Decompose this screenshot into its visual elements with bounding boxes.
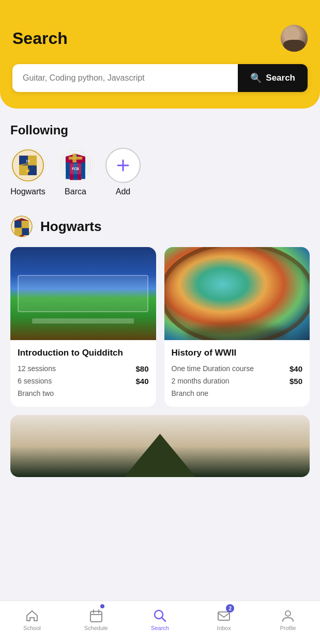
card-title-wwii: History of WWII [172,347,303,359]
avatar[interactable] [281,25,308,52]
school-crest-icon [10,215,33,238]
plant-image [10,415,310,477]
card-title-quidditch: Introduction to Quidditch [18,347,149,359]
page-title: Search [12,29,68,48]
nav-label-school: School [23,625,41,631]
card-price-2: $40 [135,377,148,386]
hogwarts-crest-icon: H ⚡ [11,149,44,182]
person-icon [281,608,295,623]
search-button[interactable]: 🔍 Search [238,64,308,92]
card-detail-row-3: One time Duration course $40 [172,364,303,374]
header-top: Search [12,25,308,52]
nav-label-search: Search [151,625,169,631]
search-bar: 🔍 Search [12,64,308,92]
bottom-nav: School Schedule Search 2 Inbox Profil [0,601,320,644]
card-body-wwii: History of WWII One time Duration course… [164,340,310,407]
svg-rect-27 [90,611,102,622]
card-sessions-2: 6 sessions [18,376,52,387]
card-body-quidditch: Introduction to Quidditch 12 sessions $8… [10,340,156,407]
nav-item-school[interactable]: School [0,601,64,638]
calendar-icon [89,608,103,623]
card-detail-row-2: 6 sessions $40 [18,376,149,387]
schedule-dot [100,604,104,608]
school-section-hogwarts: Hogwarts Introduction to Quidditch 12 se… [10,215,310,477]
header-section: Search 🔍 Search [0,0,320,109]
card-branch-wwii: Branch one [172,389,303,397]
hogwarts-label: Hogwarts [10,187,45,196]
following-section: Following H ⚡ Ho [10,123,310,196]
card-quidditch[interactable]: Introduction to Quidditch 12 sessions $8… [10,247,156,407]
card-wwii[interactable]: History of WWII One time Duration course… [164,247,310,407]
house-icon [25,608,39,623]
school-name: Hogwarts [40,219,101,235]
nav-item-search[interactable]: Search [128,601,192,638]
inbox-badge: 2 [226,604,234,612]
card-price-3: $40 [289,364,302,373]
stadium-image [10,247,156,340]
card-duration-2: 2 months duration [172,376,230,387]
nav-item-inbox[interactable]: 2 Inbox [192,601,256,638]
plus-icon [115,157,131,174]
svg-text:⚡: ⚡ [25,168,31,174]
card-branch-quidditch: Branch two [18,389,149,397]
card-price-1: $80 [135,364,148,373]
svg-text:FCB: FCB [72,167,79,171]
search-icon: 🔍 [250,72,262,84]
svg-rect-24 [22,228,29,235]
card-detail-row-1: 12 sessions $80 [18,364,149,374]
search-input[interactable] [12,64,238,92]
main-content: Following H ⚡ Ho [0,109,320,541]
search-nav-icon [153,608,167,623]
add-label: Add [116,187,130,196]
barca-badge: FCB [58,148,93,183]
card-partial[interactable] [10,415,310,477]
card-price-4: $50 [289,377,302,386]
search-button-label: Search [266,73,295,83]
svg-rect-33 [218,612,230,620]
following-item-add[interactable]: Add [105,148,141,196]
svg-rect-15 [69,157,82,160]
nav-label-schedule: Schedule [84,625,108,631]
nav-label-profile: Profile [280,625,296,631]
barca-label: Barca [65,187,86,196]
svg-rect-22 [22,221,29,228]
barca-crest-icon: FCB [59,149,92,182]
avatar-image [281,25,308,52]
card-sessions-1: 12 sessions [18,364,56,374]
card-duration-1: One time Duration course [172,364,254,374]
svg-rect-23 [14,228,22,235]
following-title: Following [10,123,310,137]
hogwarts-badge: H ⚡ [10,148,45,183]
card-detail-row-4: 2 months duration $50 [172,376,303,387]
nav-label-inbox: Inbox [217,625,231,631]
nav-item-profile[interactable]: Profile [256,601,320,638]
school-header: Hogwarts [10,215,310,238]
add-badge [105,148,141,183]
svg-rect-21 [14,221,22,228]
svg-point-34 [285,611,291,616]
following-list: H ⚡ Hogwarts [10,148,310,196]
following-item-hogwarts[interactable]: H ⚡ Hogwarts [10,148,45,196]
cards-grid: Introduction to Quidditch 12 sessions $8… [10,247,310,407]
following-item-barca[interactable]: FCB Barca [58,148,93,196]
nav-item-schedule[interactable]: Schedule [64,601,128,638]
svg-line-32 [162,618,165,621]
globe-image [164,247,310,340]
svg-text:H: H [26,158,30,164]
